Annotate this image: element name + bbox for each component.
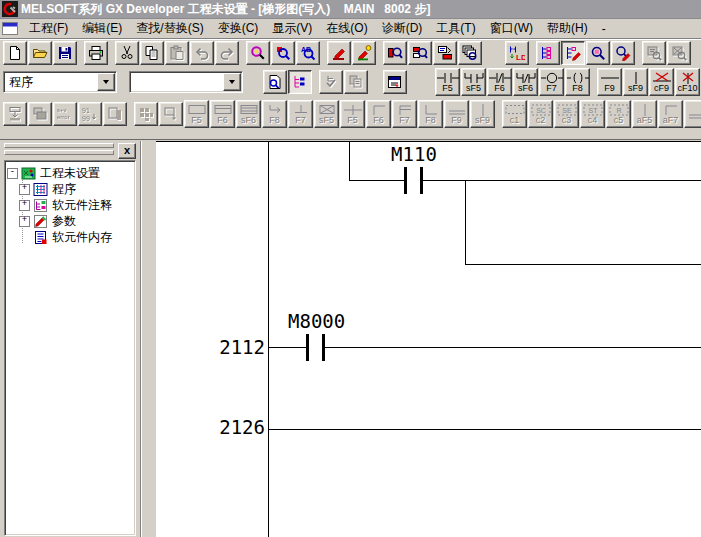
sfc-symbol-sF9-button[interactable]: sF9 [470, 100, 495, 128]
monitor-window-button[interactable] [103, 102, 127, 126]
open-button[interactable] [28, 41, 52, 65]
sfc-symbol-F6-button[interactable]: F6 [210, 100, 235, 128]
find-button[interactable] [246, 41, 270, 65]
menu-online[interactable]: 在线(O) [319, 18, 374, 39]
program-monitor-stop-button[interactable] [667, 41, 691, 65]
write-mode-button[interactable] [561, 41, 585, 65]
sfc-symbol-aF7-button[interactable]: aF7 [658, 100, 683, 128]
print-button[interactable] [84, 41, 108, 65]
coil-button[interactable]: F7 [539, 68, 564, 96]
sfc-symbol-F5b-button[interactable]: F5 [340, 100, 365, 128]
open-contact-button[interactable]: F5 [435, 68, 460, 96]
sfc-symbol-F8-button[interactable]: F8 [262, 100, 287, 128]
menu-view[interactable]: 显示(V) [265, 18, 319, 39]
close-icon[interactable]: x [118, 143, 136, 159]
program-check-button[interactable] [344, 70, 368, 94]
horizontal-line-button[interactable]: F9 [597, 68, 622, 96]
find-replace-device-button[interactable] [271, 41, 295, 65]
sfc-end-icon [290, 104, 312, 116]
comment-display-button[interactable] [263, 70, 287, 94]
device-batch-monitor-button[interactable] [408, 41, 432, 65]
menu-find-replace[interactable]: 查找/替换(S) [129, 18, 210, 39]
delete-vertical-line-button[interactable]: cF10 [675, 68, 700, 96]
sfc-symbol-sF6-button[interactable]: sF6 [236, 100, 261, 128]
expand-toggle[interactable]: + [19, 184, 30, 195]
parallel-open-contact-icon [463, 72, 485, 84]
sfc-symbol-clipped-button[interactable] [684, 100, 701, 128]
red-pencil-edit-button[interactable] [327, 41, 351, 65]
menu-window[interactable]: 窗口(W) [483, 18, 540, 39]
transfer-setup-button[interactable] [433, 41, 457, 65]
copy-button[interactable] [140, 41, 164, 65]
cut-button[interactable] [115, 41, 139, 65]
expand-toggle[interactable]: + [19, 200, 30, 211]
program-monitor-button[interactable] [642, 41, 666, 65]
paste-button[interactable] [165, 41, 189, 65]
device-test-button[interactable] [383, 41, 407, 65]
menu-convert[interactable]: 变换(C) [211, 18, 266, 39]
tree-item-device-memory[interactable]: + 软元件内存 [19, 229, 135, 245]
sfc-symbol-F8b-button[interactable]: F8 [418, 100, 443, 128]
sfc-symbol-c2-button[interactable]: SCc2 [528, 100, 553, 128]
tree-item-device-comment[interactable]: + 软元件注释 [19, 197, 135, 213]
window-arrow-down-icon [163, 106, 179, 122]
sfc-symbol-c1-button[interactable]: c1 [502, 100, 527, 128]
sfc-symbol-F5-button[interactable]: F5 [184, 100, 209, 128]
sfc-symbol-c3-button[interactable]: SEc3 [554, 100, 579, 128]
verify-program-button[interactable]: s+verror [53, 102, 77, 126]
closed-contact-button[interactable]: F6 [487, 68, 512, 96]
find-replace-string-button[interactable]: AB [296, 41, 320, 65]
parameter-check-button[interactable] [319, 70, 343, 94]
tree-root-item[interactable]: - 工程未设置 [7, 165, 135, 181]
title-bar[interactable]: MELSOFT系列 GX Developer 工程未设置 - [梯形图(写入) … [0, 0, 701, 19]
sfc-symbol-c5-button[interactable]: Rc5 [606, 100, 631, 128]
redo-button[interactable] [215, 41, 239, 65]
menu-tools[interactable]: 工具(T) [429, 18, 482, 39]
ladder-editor[interactable]: M110 M8000 2112 2126 [156, 141, 701, 537]
parallel-open-contact-button[interactable]: sF5 [461, 68, 486, 96]
program-select-combo[interactable]: 程序 [3, 71, 117, 93]
entry-data-monitor-button[interactable] [159, 102, 183, 126]
colored-pencil-edit-button[interactable] [352, 41, 376, 65]
application-instruction-button[interactable]: F8 [565, 68, 590, 96]
save-button[interactable] [53, 41, 77, 65]
sfc-symbol-F9-button[interactable]: F9 [444, 100, 469, 128]
ladder-list-toggle-button[interactable]: LD [505, 41, 529, 65]
mdi-child-window-icon[interactable] [2, 22, 18, 35]
monitor-mode-button[interactable] [586, 41, 610, 65]
project-data-list-toggle-button[interactable] [288, 70, 312, 94]
collapse-toggle[interactable]: - [7, 168, 18, 179]
device-find-combo[interactable] [129, 71, 244, 93]
open-folder-icon [32, 45, 48, 61]
tree-item-parameter[interactable]: + 参数 [19, 213, 135, 229]
menu-diagnostics[interactable]: 诊断(D) [375, 18, 430, 39]
sfc-symbol-aF5-button[interactable]: aF5 [632, 100, 657, 128]
monitor-stack-button[interactable] [458, 41, 482, 65]
parallel-closed-contact-button[interactable]: sF6 [513, 68, 538, 96]
ladder-logic-test-button[interactable] [383, 70, 407, 94]
combo-dropdown-button[interactable] [97, 73, 115, 91]
read-mode-button[interactable] [536, 41, 560, 65]
menu-help[interactable]: 帮助(H) [540, 18, 595, 39]
upload-program-button[interactable] [28, 102, 52, 126]
panel-splitter[interactable] [140, 141, 157, 537]
monitor-write-mode-button[interactable] [611, 41, 635, 65]
tree-item-program[interactable]: + 程序 [19, 181, 135, 197]
expand-toggle[interactable]: + [19, 216, 30, 227]
menu-project[interactable]: 工程(F) [22, 18, 75, 39]
sfc-symbol-F6b-button[interactable]: F6 [366, 100, 391, 128]
new-button[interactable] [3, 41, 27, 65]
sfc-symbol-c4-button[interactable]: STc4 [580, 100, 605, 128]
change-order-button[interactable]: 9199 [78, 102, 102, 126]
sfc-symbol-F7-button[interactable]: F7 [288, 100, 313, 128]
download-program-button[interactable] [3, 102, 27, 126]
delete-horizontal-line-button[interactable]: cF9 [649, 68, 674, 96]
device-test-magnifier-icon [387, 45, 403, 61]
undo-button[interactable] [190, 41, 214, 65]
vertical-line-button[interactable]: sF9 [623, 68, 648, 96]
sampling-trace-button[interactable] [134, 102, 158, 126]
sfc-symbol-F7b-button[interactable]: F7 [392, 100, 417, 128]
sfc-symbol-sF5-button[interactable]: sF5 [314, 100, 339, 128]
combo-dropdown-button[interactable] [223, 73, 241, 91]
menu-edit[interactable]: 编辑(E) [75, 18, 129, 39]
